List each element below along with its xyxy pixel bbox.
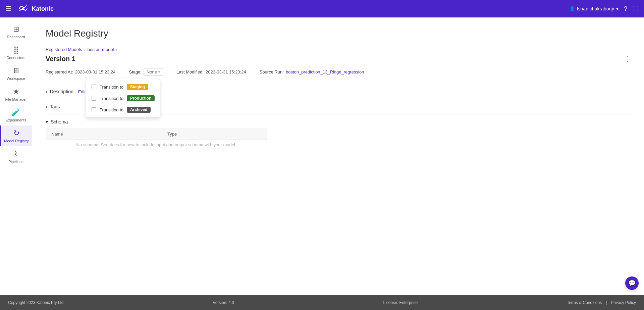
topbar: ☰ Katonic 👤 Ishan chakraborty ▾ ? ⛶ bbox=[0, 0, 644, 17]
topbar-left: ☰ Katonic bbox=[5, 3, 54, 15]
chat-icon: 💬 bbox=[628, 279, 636, 287]
user-avatar-icon: 👤 bbox=[569, 6, 575, 11]
source-run-label: Source Run: bbox=[260, 69, 284, 74]
transition-to-archived[interactable]: Transition to Archived bbox=[86, 104, 160, 115]
production-checkbox[interactable] bbox=[92, 96, 96, 101]
topbar-right: 👤 Ishan chakraborty ▾ ? ⛶ bbox=[569, 5, 639, 12]
svg-point-0 bbox=[22, 8, 23, 9]
pipelines-icon: ⌇ bbox=[14, 150, 18, 158]
transition-staging-label: Transition to bbox=[100, 85, 123, 90]
schema-header[interactable]: ▾ Schema bbox=[46, 118, 631, 126]
source-run-link[interactable]: boston_prediction_13_Ridge_regression bbox=[286, 69, 364, 74]
staging-badge: Staging bbox=[127, 84, 148, 90]
registered-at-field: Registered At: 2023-03-31 15:23:24 bbox=[46, 69, 115, 74]
sidebar-item-workspace[interactable]: 🖥 Workspace bbox=[0, 63, 32, 84]
experiments-icon: 🧪 bbox=[11, 108, 20, 117]
footer-pipe: | bbox=[606, 300, 607, 305]
staging-checkbox[interactable] bbox=[92, 85, 96, 89]
description-edit-link[interactable]: Edit bbox=[78, 89, 86, 94]
sidebar-label-file-manager: File Manager bbox=[5, 97, 26, 101]
stage-dropdown-menu: Transition to Staging Transition to Prod… bbox=[86, 79, 160, 118]
description-chevron-icon: › bbox=[46, 89, 47, 94]
archived-badge: Archived bbox=[127, 107, 151, 113]
user-chevron-icon: ▾ bbox=[616, 6, 619, 11]
breadcrumb: Registered Models › boston-model › bbox=[46, 47, 631, 52]
sidebar-item-pipelines[interactable]: ⌇ Pipelines bbox=[0, 146, 32, 167]
production-badge: Production bbox=[127, 95, 155, 101]
logo-text: Katonic bbox=[32, 5, 54, 12]
footer-links: Terms & Conditions | Privacy Policy bbox=[567, 300, 636, 305]
connectors-icon: ⣿ bbox=[13, 46, 19, 54]
schema-section: ▾ Schema Name Type No schema. See docs f… bbox=[46, 114, 631, 154]
version-header: Version 1 ⋮ bbox=[46, 55, 631, 63]
last-modified-field: Last Modified: 2023-03-31 15:23:24 bbox=[176, 69, 246, 74]
footer-version: Version: 4.0 bbox=[213, 300, 234, 305]
sidebar: ⊞ Dashboard ⣿ Connectors 🖥 Workspace ★ F… bbox=[0, 17, 32, 295]
schema-table: Name Type No schema. See docs for how to… bbox=[46, 128, 267, 150]
breadcrumb-sep-2: › bbox=[116, 47, 117, 52]
last-modified-value: 2023-03-31 15:23:24 bbox=[206, 69, 246, 74]
registered-at-label: Registered At: bbox=[46, 69, 73, 74]
sidebar-item-dashboard[interactable]: ⊞ Dashboard bbox=[0, 21, 32, 42]
schema-content: Name Type No schema. See docs for how to… bbox=[46, 128, 631, 150]
topbar-logo: Katonic bbox=[17, 3, 54, 15]
stage-value: None bbox=[147, 69, 157, 74]
last-modified-label: Last Modified: bbox=[176, 69, 204, 74]
sidebar-label-connectors: Connectors bbox=[6, 56, 25, 60]
breadcrumb-sep-1: › bbox=[84, 47, 85, 52]
sidebar-item-connectors[interactable]: ⣿ Connectors bbox=[0, 42, 32, 63]
main-content: Model Registry Registered Models › bosto… bbox=[32, 17, 644, 295]
tags-label: Tags bbox=[50, 104, 60, 109]
transition-archived-label: Transition to bbox=[100, 107, 123, 112]
help-icon[interactable]: ? bbox=[624, 5, 627, 12]
schema-chevron-icon: ▾ bbox=[46, 119, 48, 124]
breadcrumb-registered-models[interactable]: Registered Models bbox=[46, 47, 82, 52]
footer-license: License: Enterprise bbox=[383, 300, 418, 305]
stage-label: Stage: bbox=[129, 69, 142, 74]
page-title: Model Registry bbox=[46, 28, 631, 39]
transition-to-production[interactable]: Transition to Production bbox=[86, 93, 160, 104]
sidebar-label-workspace: Workspace bbox=[7, 76, 25, 81]
stage-chevron-icon: ▾ bbox=[158, 70, 160, 74]
user-name: Ishan chakraborty bbox=[577, 6, 614, 11]
sidebar-label-experiments: Experiments bbox=[6, 118, 26, 122]
source-run-field: Source Run: boston_prediction_13_Ridge_r… bbox=[260, 69, 364, 74]
schema-label: Schema bbox=[51, 119, 68, 124]
transition-to-staging[interactable]: Transition to Staging bbox=[86, 81, 160, 93]
sidebar-label-model-registry: Model Registry bbox=[4, 139, 29, 143]
footer: Copyright 2023 Katonic Pty Ltd Version: … bbox=[0, 295, 644, 310]
logo-icon bbox=[17, 3, 29, 15]
workspace-icon: 🖥 bbox=[12, 66, 20, 75]
user-menu[interactable]: 👤 Ishan chakraborty ▾ bbox=[569, 6, 619, 11]
sidebar-label-pipelines: Pipelines bbox=[8, 160, 23, 164]
terms-link[interactable]: Terms & Conditions bbox=[567, 300, 602, 305]
registered-at-value: 2023-03-31 15:23:24 bbox=[75, 69, 116, 74]
sidebar-item-file-manager[interactable]: ★ File Manager bbox=[0, 84, 32, 105]
sidebar-label-dashboard: Dashboard bbox=[7, 35, 25, 39]
privacy-link[interactable]: Privacy Policy bbox=[611, 300, 636, 305]
sidebar-item-experiments[interactable]: 🧪 Experiments bbox=[0, 105, 32, 125]
footer-copyright: Copyright 2023 Katonic Pty Ltd bbox=[8, 300, 63, 305]
more-options-button[interactable]: ⋮ bbox=[624, 55, 631, 63]
schema-empty-message: No schema. See docs for how to include i… bbox=[46, 140, 267, 150]
transition-production-label: Transition to bbox=[100, 96, 123, 101]
stage-field: Stage: None ▾ Transition to Staging Tran… bbox=[129, 68, 163, 76]
model-registry-icon: ↻ bbox=[13, 129, 19, 138]
app-body: ⊞ Dashboard ⣿ Connectors 🖥 Workspace ★ F… bbox=[0, 17, 644, 295]
hamburger-menu[interactable]: ☰ bbox=[5, 5, 11, 13]
stage-dropdown[interactable]: None ▾ bbox=[144, 68, 163, 76]
expand-icon[interactable]: ⛶ bbox=[633, 5, 639, 12]
chat-bubble[interactable]: 💬 bbox=[625, 276, 639, 290]
description-label: Description bbox=[50, 89, 73, 94]
dashboard-icon: ⊞ bbox=[13, 25, 19, 34]
breadcrumb-model[interactable]: boston-model bbox=[88, 47, 114, 52]
schema-col-name: Name bbox=[46, 129, 162, 140]
schema-col-type: Type bbox=[162, 129, 267, 140]
tags-chevron-icon: › bbox=[46, 104, 47, 109]
archived-checkbox[interactable] bbox=[92, 107, 96, 112]
sidebar-item-model-registry[interactable]: ↻ Model Registry bbox=[0, 125, 32, 146]
version-title: Version 1 bbox=[46, 55, 75, 63]
file-manager-icon: ★ bbox=[13, 87, 19, 96]
meta-row: Registered At: 2023-03-31 15:23:24 Stage… bbox=[46, 68, 631, 76]
